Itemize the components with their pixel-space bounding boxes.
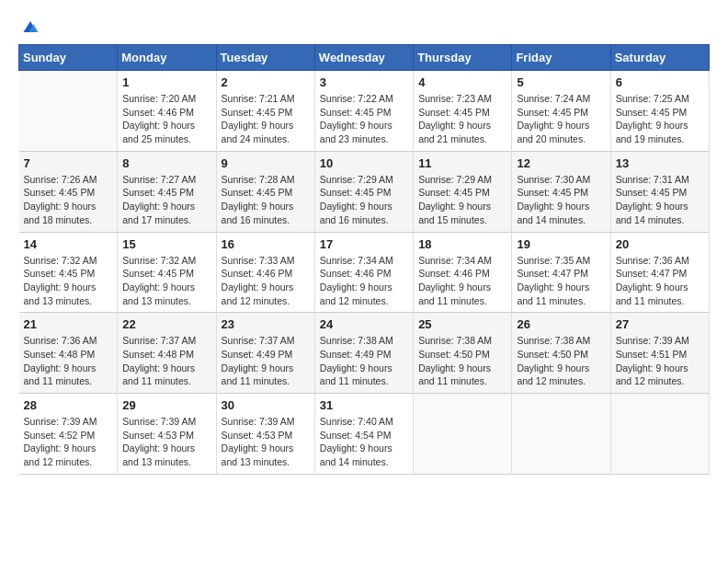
logo-icon	[22, 18, 39, 35]
calendar-cell: 21 Sunrise: 7:36 AMSunset: 4:48 PMDaylig…	[19, 313, 118, 394]
calendar-week-row: 1 Sunrise: 7:20 AMSunset: 4:46 PMDayligh…	[19, 71, 710, 152]
day-number: 2	[222, 75, 310, 89]
weekday-header: Monday	[118, 45, 216, 71]
day-number: 21	[24, 317, 113, 331]
day-info: Sunrise: 7:32 AMSunset: 4:45 PMDaylight:…	[122, 254, 210, 308]
day-info: Sunrise: 7:24 AMSunset: 4:45 PMDaylight:…	[517, 92, 605, 146]
calendar-week-row: 7 Sunrise: 7:26 AMSunset: 4:45 PMDayligh…	[19, 151, 710, 232]
weekday-header: Thursday	[414, 45, 512, 71]
day-number: 29	[122, 398, 210, 412]
day-number: 10	[320, 156, 408, 170]
day-number: 19	[517, 237, 605, 251]
calendar-cell: 27 Sunrise: 7:39 AMSunset: 4:51 PMDaylig…	[610, 313, 709, 394]
day-number: 5	[517, 75, 605, 89]
calendar-cell: 2 Sunrise: 7:21 AMSunset: 4:45 PMDayligh…	[216, 71, 314, 152]
calendar-cell: 30 Sunrise: 7:39 AMSunset: 4:53 PMDaylig…	[216, 394, 314, 475]
day-info: Sunrise: 7:21 AMSunset: 4:45 PMDaylight:…	[222, 92, 310, 146]
day-info: Sunrise: 7:32 AMSunset: 4:45 PMDaylight:…	[24, 254, 113, 308]
calendar-cell: 1 Sunrise: 7:20 AMSunset: 4:46 PMDayligh…	[118, 71, 216, 152]
day-info: Sunrise: 7:28 AMSunset: 4:45 PMDaylight:…	[222, 173, 310, 227]
calendar-week-row: 21 Sunrise: 7:36 AMSunset: 4:48 PMDaylig…	[19, 313, 710, 394]
day-number: 3	[320, 75, 408, 89]
calendar-week-row: 28 Sunrise: 7:39 AMSunset: 4:52 PMDaylig…	[19, 394, 710, 475]
day-info: Sunrise: 7:40 AMSunset: 4:54 PMDaylight:…	[320, 415, 408, 469]
calendar-cell: 4 Sunrise: 7:23 AMSunset: 4:45 PMDayligh…	[414, 71, 512, 152]
weekday-header: Tuesday	[216, 45, 314, 71]
calendar-cell	[19, 71, 118, 152]
day-number: 20	[616, 237, 704, 251]
calendar-cell: 24 Sunrise: 7:38 AMSunset: 4:49 PMDaylig…	[314, 313, 413, 394]
day-info: Sunrise: 7:38 AMSunset: 4:50 PMDaylight:…	[517, 334, 605, 388]
day-info: Sunrise: 7:35 AMSunset: 4:47 PMDaylight:…	[517, 254, 605, 308]
day-number: 1	[122, 75, 210, 89]
day-info: Sunrise: 7:29 AMSunset: 4:45 PMDaylight:…	[320, 173, 408, 227]
day-info: Sunrise: 7:27 AMSunset: 4:45 PMDaylight:…	[122, 173, 210, 227]
calendar-cell: 19 Sunrise: 7:35 AMSunset: 4:47 PMDaylig…	[512, 232, 610, 313]
calendar-cell: 20 Sunrise: 7:36 AMSunset: 4:47 PMDaylig…	[610, 232, 709, 313]
day-info: Sunrise: 7:39 AMSunset: 4:53 PMDaylight:…	[222, 415, 310, 469]
calendar-cell: 17 Sunrise: 7:34 AMSunset: 4:46 PMDaylig…	[314, 232, 413, 313]
day-info: Sunrise: 7:38 AMSunset: 4:49 PMDaylight:…	[320, 334, 408, 388]
calendar-cell: 15 Sunrise: 7:32 AMSunset: 4:45 PMDaylig…	[118, 232, 216, 313]
day-info: Sunrise: 7:26 AMSunset: 4:45 PMDaylight:…	[24, 173, 113, 227]
day-info: Sunrise: 7:29 AMSunset: 4:45 PMDaylight:…	[418, 173, 506, 227]
calendar-cell: 18 Sunrise: 7:34 AMSunset: 4:46 PMDaylig…	[414, 232, 512, 313]
calendar-cell: 7 Sunrise: 7:26 AMSunset: 4:45 PMDayligh…	[19, 151, 118, 232]
day-info: Sunrise: 7:22 AMSunset: 4:45 PMDaylight:…	[320, 92, 408, 146]
day-info: Sunrise: 7:34 AMSunset: 4:46 PMDaylight:…	[320, 254, 408, 308]
calendar-cell	[512, 394, 610, 475]
weekday-header-row: SundayMondayTuesdayWednesdayThursdayFrid…	[19, 45, 710, 71]
day-number: 22	[122, 317, 210, 331]
calendar-cell: 14 Sunrise: 7:32 AMSunset: 4:45 PMDaylig…	[19, 232, 118, 313]
day-number: 16	[222, 237, 310, 251]
day-number: 28	[24, 398, 113, 412]
calendar-week-row: 14 Sunrise: 7:32 AMSunset: 4:45 PMDaylig…	[19, 232, 710, 313]
weekday-header: Sunday	[19, 45, 118, 71]
day-number: 7	[24, 156, 113, 170]
day-info: Sunrise: 7:38 AMSunset: 4:50 PMDaylight:…	[418, 334, 506, 388]
day-info: Sunrise: 7:39 AMSunset: 4:51 PMDaylight:…	[616, 334, 704, 388]
page-header	[18, 18, 710, 35]
day-info: Sunrise: 7:20 AMSunset: 4:46 PMDaylight:…	[122, 92, 210, 146]
day-info: Sunrise: 7:39 AMSunset: 4:53 PMDaylight:…	[122, 415, 210, 469]
calendar-cell: 25 Sunrise: 7:38 AMSunset: 4:50 PMDaylig…	[414, 313, 512, 394]
calendar-cell: 11 Sunrise: 7:29 AMSunset: 4:45 PMDaylig…	[414, 151, 512, 232]
day-number: 6	[616, 75, 704, 89]
calendar-cell: 28 Sunrise: 7:39 AMSunset: 4:52 PMDaylig…	[19, 394, 118, 475]
day-number: 13	[616, 156, 704, 170]
calendar-cell: 23 Sunrise: 7:37 AMSunset: 4:49 PMDaylig…	[216, 313, 314, 394]
weekday-header: Wednesday	[314, 45, 413, 71]
day-number: 14	[24, 237, 113, 251]
calendar-cell: 12 Sunrise: 7:30 AMSunset: 4:45 PMDaylig…	[512, 151, 610, 232]
day-info: Sunrise: 7:36 AMSunset: 4:48 PMDaylight:…	[24, 334, 113, 388]
day-number: 26	[517, 317, 605, 331]
day-number: 25	[418, 317, 506, 331]
day-info: Sunrise: 7:33 AMSunset: 4:46 PMDaylight:…	[222, 254, 310, 308]
calendar-cell: 3 Sunrise: 7:22 AMSunset: 4:45 PMDayligh…	[314, 71, 413, 152]
calendar-cell: 6 Sunrise: 7:25 AMSunset: 4:45 PMDayligh…	[610, 71, 709, 152]
weekday-header: Friday	[512, 45, 610, 71]
calendar-cell: 26 Sunrise: 7:38 AMSunset: 4:50 PMDaylig…	[512, 313, 610, 394]
weekday-header: Saturday	[610, 45, 709, 71]
calendar-cell: 22 Sunrise: 7:37 AMSunset: 4:48 PMDaylig…	[118, 313, 216, 394]
day-info: Sunrise: 7:37 AMSunset: 4:48 PMDaylight:…	[122, 334, 210, 388]
day-number: 31	[320, 398, 408, 412]
day-number: 9	[222, 156, 310, 170]
logo	[18, 18, 39, 35]
calendar-cell: 8 Sunrise: 7:27 AMSunset: 4:45 PMDayligh…	[118, 151, 216, 232]
calendar-cell: 16 Sunrise: 7:33 AMSunset: 4:46 PMDaylig…	[216, 232, 314, 313]
day-info: Sunrise: 7:23 AMSunset: 4:45 PMDaylight:…	[418, 92, 506, 146]
day-number: 12	[517, 156, 605, 170]
calendar-cell: 10 Sunrise: 7:29 AMSunset: 4:45 PMDaylig…	[314, 151, 413, 232]
day-number: 15	[122, 237, 210, 251]
day-number: 24	[320, 317, 408, 331]
calendar-cell: 13 Sunrise: 7:31 AMSunset: 4:45 PMDaylig…	[610, 151, 709, 232]
calendar-table: SundayMondayTuesdayWednesdayThursdayFrid…	[18, 44, 710, 475]
calendar-cell	[610, 394, 709, 475]
calendar-cell: 31 Sunrise: 7:40 AMSunset: 4:54 PMDaylig…	[314, 394, 413, 475]
day-number: 30	[222, 398, 310, 412]
day-number: 8	[122, 156, 210, 170]
calendar-cell	[414, 394, 512, 475]
day-info: Sunrise: 7:25 AMSunset: 4:45 PMDaylight:…	[616, 92, 704, 146]
day-info: Sunrise: 7:34 AMSunset: 4:46 PMDaylight:…	[418, 254, 506, 308]
